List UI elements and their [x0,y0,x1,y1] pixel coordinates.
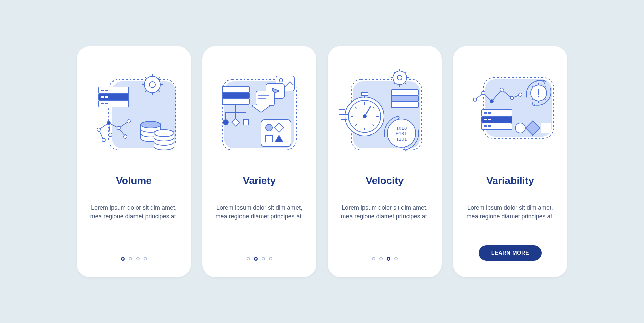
svg-point-24 [154,130,174,137]
card-desc: Lorem ipsum dolor sit dim amet, mea regi… [463,203,558,245]
svg-point-26 [107,121,110,125]
variety-illustration-icon [214,66,305,157]
svg-point-112 [515,123,525,133]
card-desc: Lorem ipsum dolor sit dim amet, mea regi… [337,203,432,257]
svg-line-56 [405,72,406,73]
svg-point-98 [482,91,485,95]
svg-text:0101: 0101 [396,131,407,136]
onboarding-card-volume: Volume Lorem ipsum dolor sit dim amet, m… [77,46,191,277]
card-title: Velocity [366,175,404,186]
svg-rect-35 [222,92,249,98]
svg-rect-36 [222,98,249,104]
velocity-illustration-icon: 0101 1010 1101 [339,66,430,157]
svg-rect-44 [261,120,291,147]
svg-point-99 [490,100,493,103]
svg-rect-20 [105,103,108,104]
pager-dot[interactable] [121,257,125,261]
pager-dot[interactable] [269,257,272,260]
svg-rect-62 [391,102,418,108]
pager [247,257,272,261]
card-desc: Lorem ipsum dolor sit dim amet, mea regi… [86,203,181,257]
volume-illustration-icon [89,66,179,157]
svg-point-76 [363,115,366,118]
cta-wrap: LEARN MORE [479,245,542,261]
svg-text:1101: 1101 [396,137,407,142]
svg-point-29 [109,133,112,137]
pager-dot[interactable] [262,257,265,260]
svg-point-2 [144,76,160,93]
card-title: Variety [243,175,276,186]
svg-point-101 [510,96,514,100]
svg-rect-18 [105,96,108,98]
svg-point-96 [538,96,539,97]
svg-rect-39 [243,120,249,125]
learn-more-button[interactable]: LEARN MORE [479,245,542,261]
svg-rect-61 [391,96,418,102]
svg-rect-65 [361,92,368,96]
onboarding-card-velocity: 0101 1010 1101 Velocity Lorem ipsum dolo… [328,46,442,277]
pager-dot[interactable] [372,257,375,260]
pager [121,257,147,261]
svg-rect-106 [484,112,487,114]
svg-line-58 [394,72,395,73]
card-title: Volume [116,175,152,186]
onboarding-card-variability: Variability Lorem ipsum dolor sit dim am… [453,46,567,277]
svg-rect-108 [484,119,487,120]
svg-rect-107 [488,112,491,114]
svg-point-30 [124,135,127,138]
svg-point-102 [519,93,522,96]
svg-rect-19 [101,103,104,104]
pager-dot[interactable] [144,257,147,260]
card-title: Variability [486,175,534,186]
pager-dot[interactable] [136,257,140,260]
svg-rect-114 [541,123,551,133]
svg-text:1010: 1010 [396,126,407,131]
svg-rect-34 [222,86,249,92]
svg-point-31 [102,138,105,142]
svg-point-22 [141,121,161,128]
svg-point-97 [473,98,477,101]
card-desc: Lorem ipsum dolor sit dim amet, mea regi… [212,203,307,257]
svg-rect-109 [488,119,491,120]
svg-rect-16 [105,90,108,91]
pager-dot[interactable] [394,257,398,260]
svg-rect-111 [488,125,491,127]
svg-rect-17 [101,96,104,98]
variability-illustration-icon [465,66,555,157]
onboarding-card-row: Volume Lorem ipsum dolor sit dim amet, m… [60,46,584,277]
svg-point-37 [223,120,228,125]
svg-rect-60 [391,90,418,96]
svg-line-10 [145,77,147,79]
svg-point-45 [266,124,272,131]
svg-point-27 [117,126,120,130]
pager [372,257,398,261]
svg-rect-110 [484,125,487,127]
pager-dot[interactable] [387,257,390,261]
svg-point-28 [127,120,130,123]
pager-dot[interactable] [247,257,250,260]
svg-point-25 [97,128,100,131]
svg-point-100 [500,88,503,91]
onboarding-card-variety: Variety Lorem ipsum dolor sit dim amet, … [202,46,316,277]
pager-dot[interactable] [379,257,383,260]
pager-dot[interactable] [254,257,258,261]
svg-line-8 [158,77,160,79]
pager-dot[interactable] [129,257,132,260]
svg-rect-15 [101,90,104,91]
